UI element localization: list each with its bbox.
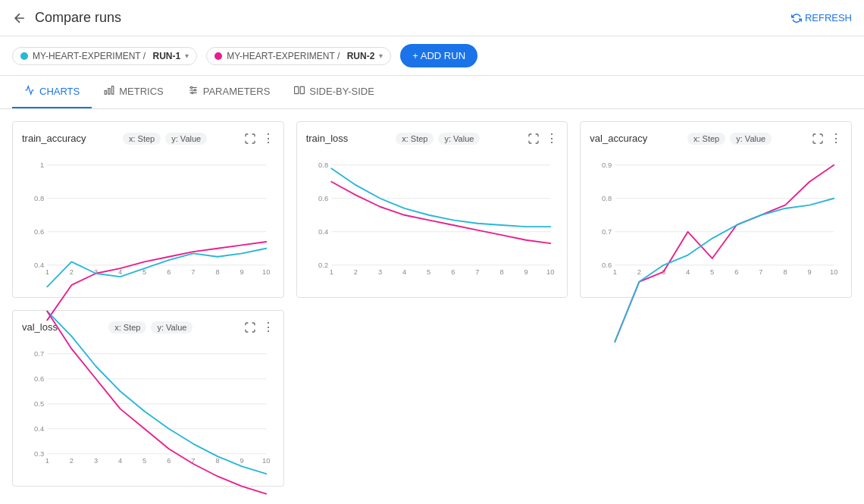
run-chip-2[interactable]: MY-HEART-EXPERIMENT / RUN-2 ▾ [206,47,391,65]
chart-actions-train_loss: ⋮ [527,131,558,146]
svg-rect-1 [108,89,110,95]
refresh-button[interactable]: REFRESH [791,12,852,23]
svg-text:1: 1 [45,268,49,276]
tab-charts[interactable]: CHARTS [12,76,92,108]
tab-side-by-side-label: SIDE-BY-SIDE [309,86,374,97]
tabs-bar: CHARTS METRICS PARAMETERS SIDE-BY-SIDE [0,76,864,109]
header-left: Compare runs [12,10,121,26]
svg-text:10: 10 [262,268,270,276]
svg-text:3: 3 [378,268,382,276]
svg-text:0.4: 0.4 [318,228,328,236]
svg-text:0.4: 0.4 [34,425,44,433]
tab-side-by-side[interactable]: SIDE-BY-SIDE [282,76,387,108]
svg-text:6: 6 [735,268,739,276]
chart-header-train_accuracy: train_accuracy x: Step y: Value ⋮ [22,131,274,146]
y-badge-val_accuracy: y: Value [730,133,772,145]
svg-text:6: 6 [167,457,171,465]
parameters-icon [188,85,199,98]
more-icon-train_accuracy[interactable]: ⋮ [262,131,274,146]
tab-charts-label: CHARTS [39,86,80,97]
chart-area-val_accuracy: 0.60.70.80.912345678910 [590,152,842,288]
tab-parameters-label: PARAMETERS [203,86,271,97]
run-1-name: RUN-1 [152,51,180,61]
chart-card-train_accuracy: train_accuracy x: Step y: Value ⋮ 0.40.6… [12,121,284,298]
svg-text:0.2: 0.2 [318,261,328,269]
back-button[interactable] [12,11,27,26]
svg-point-6 [190,86,192,88]
add-run-button[interactable]: + ADD RUN [400,44,477,67]
chart-badges-train_loss: x: Step y: Value [396,133,480,145]
svg-text:8: 8 [215,457,219,465]
chart-svg-train_accuracy: 0.40.60.8112345678910 [22,152,274,288]
x-badge-val_loss: x: Step [108,321,146,333]
svg-text:4: 4 [118,268,122,276]
svg-text:0.4: 0.4 [34,261,44,269]
more-icon-val_accuracy[interactable]: ⋮ [830,131,842,146]
svg-text:0.9: 0.9 [602,161,612,169]
chart-title-train_loss: train_loss [306,133,349,144]
chevron-down-icon-2: ▾ [379,52,383,60]
svg-text:0.5: 0.5 [34,400,44,408]
svg-text:7: 7 [475,268,479,276]
charts-icon [24,85,35,98]
run-1-experiment: MY-HEART-EXPERIMENT / [33,51,148,61]
svg-text:9: 9 [524,268,527,276]
expand-icon-train_accuracy[interactable] [244,133,256,145]
svg-text:4: 4 [402,268,406,276]
svg-text:8: 8 [499,268,503,276]
page-title: Compare runs [35,10,121,26]
refresh-label: REFRESH [805,12,852,23]
chevron-down-icon-1: ▾ [185,52,189,60]
chart-actions-val_accuracy: ⋮ [812,131,842,146]
more-icon-val_loss[interactable]: ⋮ [262,320,274,334]
chart-svg-val_loss: 0.30.40.50.60.712345678910 [22,340,274,477]
y-badge-val_loss: y: Value [151,321,193,333]
svg-point-8 [191,92,193,93]
chart-actions-val_loss: ⋮ [244,320,274,334]
chart-header-train_loss: train_loss x: Step y: Value ⋮ [306,131,559,146]
svg-text:8: 8 [784,268,787,276]
run-selectors: MY-HEART-EXPERIMENT / RUN-1 ▾ MY-HEART-E… [0,36,864,76]
run-dot-2 [214,52,222,60]
chart-badges-val_accuracy: x: Step y: Value [687,133,772,145]
charts-grid: train_accuracy x: Step y: Value ⋮ 0.40.6… [0,109,864,499]
more-icon-train_loss[interactable]: ⋮ [546,131,558,146]
svg-text:9: 9 [240,457,244,465]
svg-point-7 [194,89,196,91]
expand-icon-val_loss[interactable] [244,321,256,333]
svg-text:2: 2 [70,268,74,276]
tab-metrics-label: METRICS [119,86,164,97]
side-by-side-icon [294,85,305,98]
svg-rect-9 [295,86,299,93]
svg-text:2: 2 [70,457,74,465]
chart-svg-train_loss: 0.20.40.60.812345678910 [306,152,559,288]
chart-title-val_loss: val_loss [22,321,58,333]
svg-text:2: 2 [637,268,641,276]
svg-text:1: 1 [45,457,49,465]
chart-area-train_loss: 0.20.40.60.812345678910 [306,152,559,288]
svg-text:0.8: 0.8 [34,195,44,202]
x-badge-train_accuracy: x: Step [123,133,161,145]
svg-text:6: 6 [167,268,171,276]
tab-metrics[interactable]: METRICS [92,76,176,108]
svg-text:0.7: 0.7 [602,228,612,236]
svg-text:3: 3 [94,457,98,465]
chart-actions-train_accuracy: ⋮ [244,131,274,146]
svg-text:9: 9 [240,268,244,276]
svg-text:0.6: 0.6 [318,195,328,202]
svg-text:10: 10 [546,268,554,276]
expand-icon-train_loss[interactable] [527,133,540,145]
svg-text:0.8: 0.8 [318,161,328,169]
svg-text:9: 9 [808,268,812,276]
svg-text:0.3: 0.3 [34,450,44,458]
metrics-icon [104,85,114,98]
svg-text:7: 7 [191,268,195,276]
chart-card-val_accuracy: val_accuracy x: Step y: Value ⋮ 0.60.70.… [580,121,852,298]
chart-header-val_accuracy: val_accuracy x: Step y: Value ⋮ [590,131,842,146]
chart-badges-val_loss: x: Step y: Value [108,321,193,333]
tab-parameters[interactable]: PARAMETERS [176,76,283,108]
run-chip-1[interactable]: MY-HEART-EXPERIMENT / RUN-1 ▾ [12,47,197,65]
svg-text:4: 4 [118,457,122,465]
expand-icon-val_accuracy[interactable] [812,133,824,145]
chart-svg-val_accuracy: 0.60.70.80.912345678910 [590,152,842,288]
